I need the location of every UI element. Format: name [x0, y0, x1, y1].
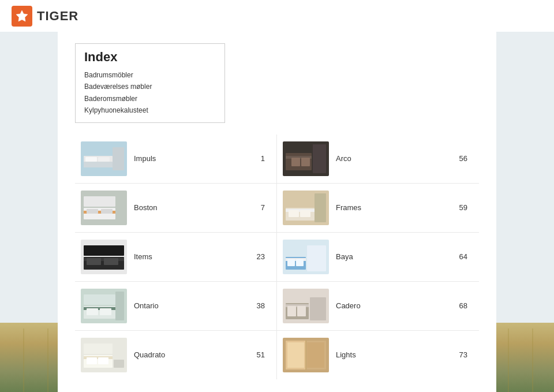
- item-name-arco: Arco: [336, 154, 351, 163]
- list-item[interactable]: Cadero 68: [277, 282, 479, 331]
- item-number-quadrato: 51: [257, 350, 271, 359]
- brand-name: TIGER: [37, 9, 78, 24]
- svg-rect-28: [84, 245, 124, 256]
- thumbnail-boston: [81, 191, 127, 225]
- svg-rect-62: [307, 342, 324, 368]
- subtitle-line-1: Badrumsmöbler: [84, 69, 216, 81]
- subtitle-line-3: Baderomsmøbler: [84, 93, 216, 104]
- item-info-arco: Arco 56: [336, 154, 473, 163]
- svg-rect-43: [100, 308, 111, 315]
- svg-rect-40: [84, 294, 115, 305]
- item-name-lights: Lights: [336, 350, 356, 359]
- thumbnail-lights: [283, 338, 329, 372]
- svg-marker-0: [16, 10, 28, 21]
- item-name-impuls: Impuls: [134, 154, 156, 163]
- svg-rect-23: [289, 210, 299, 217]
- svg-rect-17: [87, 209, 98, 214]
- item-number-frames: 59: [459, 203, 473, 212]
- svg-rect-4: [113, 147, 124, 170]
- svg-rect-41: [115, 292, 124, 320]
- item-info-ontario: Ontario 38: [134, 301, 271, 310]
- svg-rect-36: [296, 259, 304, 266]
- item-info-quadrato: Quadrato 51: [134, 350, 271, 359]
- thumbnail-items: [81, 240, 127, 274]
- item-name-ontario: Ontario: [134, 301, 159, 310]
- list-item[interactable]: Quadrato 51: [75, 331, 277, 379]
- thumbnail-frames: [283, 191, 329, 225]
- thumbnail-ontario: [81, 289, 127, 323]
- tiger-logo-icon: [15, 9, 29, 23]
- thumbnail-cadero: [283, 289, 329, 323]
- svg-rect-24: [300, 210, 310, 217]
- thumbnail-quadrato: [81, 338, 127, 372]
- item-info-items: Items 23: [134, 252, 271, 261]
- svg-rect-18: [101, 209, 113, 214]
- svg-rect-54: [87, 357, 97, 364]
- page-title: Index: [84, 50, 216, 65]
- index-title-box: Index Badrumsmöbler Badeværelses møbler …: [75, 43, 225, 123]
- list-item[interactable]: Frames 59: [277, 184, 479, 233]
- svg-rect-10: [313, 144, 326, 173]
- item-name-boston: Boston: [134, 203, 157, 212]
- item-info-baya: Baya 64: [336, 252, 473, 261]
- item-name-cadero: Cadero: [336, 301, 361, 310]
- thumbnail-arco: [283, 141, 329, 176]
- list-item[interactable]: Impuls 1: [75, 135, 277, 184]
- item-name-items: Items: [134, 252, 152, 261]
- svg-rect-16: [84, 196, 115, 207]
- subtitle-list: Badrumsmöbler Badeværelses møbler Badero…: [84, 69, 216, 117]
- item-info-lights: Lights 73: [336, 350, 473, 359]
- list-item[interactable]: Ontario 38: [75, 282, 277, 331]
- svg-rect-30: [104, 258, 118, 265]
- item-number-baya: 64: [459, 252, 473, 261]
- item-name-frames: Frames: [336, 203, 361, 212]
- svg-rect-12: [301, 158, 310, 166]
- svg-rect-56: [114, 360, 124, 368]
- svg-rect-34: [307, 245, 326, 271]
- svg-rect-3: [84, 162, 113, 167]
- list-item[interactable]: Arco 56: [277, 135, 479, 184]
- logo-badge: [12, 6, 32, 27]
- item-info-boston: Boston 7: [134, 203, 271, 212]
- logo-container: TIGER: [12, 6, 78, 27]
- items-grid: Impuls 1 Arco 56: [75, 135, 479, 379]
- item-name-quadrato: Quadrato: [134, 350, 165, 359]
- svg-rect-29: [87, 258, 101, 265]
- svg-rect-53: [84, 344, 113, 354]
- list-item[interactable]: Baya 64: [277, 233, 479, 282]
- subtitle-line-2: Badeværelses møbler: [84, 81, 216, 92]
- list-item[interactable]: Items 23: [75, 233, 277, 282]
- thumbnail-impuls: [81, 141, 127, 176]
- item-number-cadero: 68: [459, 301, 473, 310]
- svg-rect-46: [310, 297, 326, 320]
- item-number-lights: 73: [459, 350, 473, 359]
- header: TIGER: [0, 0, 554, 32]
- svg-rect-49: [297, 306, 306, 316]
- item-info-frames: Frames 59: [336, 203, 473, 212]
- svg-rect-48: [287, 306, 296, 316]
- svg-rect-55: [98, 357, 108, 364]
- svg-rect-5: [85, 157, 97, 162]
- item-info-cadero: Cadero 68: [336, 301, 473, 310]
- svg-rect-35: [287, 259, 295, 266]
- item-name-baya: Baya: [336, 252, 353, 261]
- main-content: Index Badrumsmöbler Badeværelses møbler …: [58, 32, 496, 392]
- item-number-ontario: 38: [257, 301, 271, 310]
- thumbnail-baya: [283, 240, 329, 274]
- list-item[interactable]: Lights 73: [277, 331, 479, 379]
- svg-rect-6: [98, 157, 110, 162]
- item-number-boston: 7: [261, 203, 271, 212]
- svg-rect-42: [87, 308, 98, 315]
- svg-rect-11: [291, 158, 300, 166]
- item-number-impuls: 1: [261, 154, 271, 163]
- list-item[interactable]: Boston 7: [75, 184, 277, 233]
- item-number-items: 23: [257, 252, 271, 261]
- item-info-impuls: Impuls 1: [134, 154, 271, 163]
- svg-rect-22: [315, 193, 326, 222]
- item-number-arco: 56: [459, 154, 473, 163]
- subtitle-line-4: Kylpyhuonekalusteet: [84, 104, 216, 116]
- svg-rect-61: [287, 342, 304, 368]
